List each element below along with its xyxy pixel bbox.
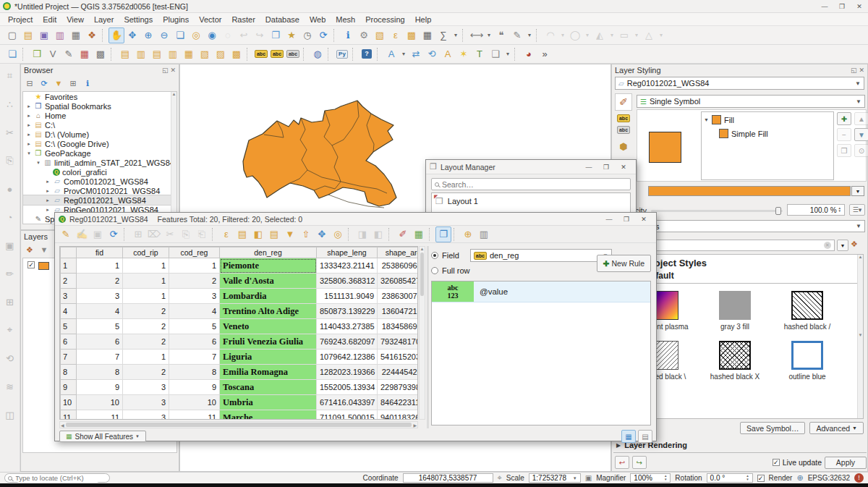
minimize-button[interactable]: —: [580, 161, 597, 173]
measure[interactable]: ⟷: [469, 27, 485, 43]
renderer-combo[interactable]: ☰ Single Symbol ▼: [637, 95, 865, 108]
open-attribute-table[interactable]: ▦: [420, 27, 435, 43]
cell[interactable]: 7: [77, 350, 123, 365]
pan-to-selection[interactable]: ✥: [314, 226, 330, 242]
symbol-child-label[interactable]: Simple Fill: [731, 130, 768, 138]
diagram-options[interactable]: ❑: [488, 46, 503, 62]
cell[interactable]: Piemonte: [220, 258, 317, 274]
cell[interactable]: 2: [169, 274, 220, 289]
labeling-dropdown[interactable]: ▾: [399, 46, 408, 62]
conditional-rule-row[interactable]: abc 123 @value: [432, 281, 650, 302]
cell[interactable]: Umbria: [220, 395, 317, 410]
column-header-cod_reg[interactable]: cod_reg: [169, 247, 220, 258]
save-edits[interactable]: ▣: [90, 226, 106, 242]
cell[interactable]: 22444542687: [378, 365, 419, 380]
add-text[interactable]: T: [472, 46, 488, 62]
symbol-root-label[interactable]: Fill: [724, 116, 734, 124]
labels-tab-icon[interactable]: abc: [617, 114, 630, 122]
new-spatial-bookmark[interactable]: ★: [284, 27, 299, 43]
osm-place-search[interactable]: ◍: [310, 46, 326, 62]
opacity-slider-handle[interactable]: [775, 207, 781, 215]
expander-icon[interactable]: ▸: [26, 132, 32, 137]
new-text-annotation[interactable]: abc: [253, 46, 269, 62]
table-row[interactable]: 2212Valle d'Aosta325806.3683123260854277…: [61, 274, 419, 289]
expander-icon[interactable]: ▾: [26, 151, 32, 156]
browser-item-com01012021-wgs84[interactable]: ▸▱Com01012021_WGS84: [23, 177, 176, 186]
spinner-arrows-icon[interactable]: ▲▼: [664, 475, 667, 481]
cell[interactable]: 1: [123, 350, 169, 365]
style-swatch-hatch-x[interactable]: hashed black X: [710, 341, 760, 381]
row-number[interactable]: 7: [61, 350, 77, 365]
menu-mesh[interactable]: Mesh: [331, 13, 360, 26]
cell[interactable]: 8: [77, 365, 123, 380]
run-feature-action[interactable]: ⚙: [356, 27, 372, 43]
cell[interactable]: 3: [123, 410, 169, 420]
browser-scrollbar[interactable]: ▲: [171, 92, 176, 224]
cell[interactable]: 2: [123, 304, 169, 319]
expander-icon[interactable]: ▸: [45, 207, 51, 213]
spinner-arrows-icon[interactable]: ▲▼: [838, 207, 841, 213]
undock-panel-icon[interactable]: ◱: [851, 67, 857, 74]
cell[interactable]: Toscana: [220, 380, 317, 395]
cell[interactable]: Veneto: [220, 319, 317, 334]
splitter-handle[interactable]: [427, 246, 429, 428]
cut-row[interactable]: ✂: [162, 226, 178, 242]
show-all-features-button[interactable]: ▦Show All Features ▼: [59, 431, 146, 442]
cell[interactable]: 5: [169, 319, 220, 334]
cell[interactable]: 2: [123, 365, 169, 380]
cell[interactable]: 1282023.19366: [317, 365, 378, 380]
magnifier-spinbox[interactable]: 100%▲▼: [630, 473, 671, 483]
simplify-feature[interactable]: ≋: [2, 378, 18, 394]
reshape[interactable]: ✏: [2, 266, 18, 281]
search-widget[interactable]: ⊕: [460, 226, 476, 242]
draw-circle-dd[interactable]: ▾: [583, 27, 592, 43]
draw-regular-polygon[interactable]: △: [641, 27, 657, 43]
table-hscrollbar[interactable]: ◀▶: [59, 421, 418, 428]
cell[interactable]: 3260854277.1: [378, 274, 419, 289]
cell[interactable]: 13604721571: [378, 304, 419, 319]
add-selected-layers[interactable]: ⊞: [67, 77, 80, 90]
zoom-native[interactable]: ◌: [220, 27, 236, 43]
style-manager[interactable]: ❖: [84, 27, 100, 43]
refresh-map[interactable]: ⟳: [315, 27, 331, 43]
spinner-arrows-icon[interactable]: ▲▼: [746, 475, 749, 481]
select-by-expression[interactable]: ε: [218, 226, 234, 242]
layer-visibility-checkbox[interactable]: ✓: [27, 261, 35, 268]
opacity-slider[interactable]: [651, 210, 783, 212]
expander-icon[interactable]: ▸: [26, 103, 32, 109]
zoom-in[interactable]: ⊕: [140, 27, 156, 43]
column-header-cod_rip[interactable]: cod_rip: [123, 247, 169, 258]
minimize-button[interactable]: —: [816, 1, 833, 12]
cell[interactable]: Friuli Venezia Giulia: [220, 334, 317, 350]
cell[interactable]: 1: [123, 258, 169, 274]
new-rule-button[interactable]: ✚New Rule: [597, 255, 651, 272]
vertex-tool[interactable]: ∴: [2, 96, 18, 112]
row-number[interactable]: 10: [61, 395, 77, 410]
cell[interactable]: Lombardia: [220, 289, 317, 304]
new-geopackage[interactable]: ❒: [29, 46, 45, 62]
cell[interactable]: 6: [169, 334, 220, 350]
dock-attribute-table[interactable]: ❐: [435, 226, 451, 242]
layout-search-input[interactable]: [442, 180, 616, 189]
new-grass-layer[interactable]: ▩: [93, 46, 109, 62]
temporal-controller[interactable]: ◷: [299, 27, 315, 43]
column-header-fid[interactable]: fid: [77, 247, 123, 258]
row-number[interactable]: 8: [61, 365, 77, 380]
scale-combo[interactable]: 1:7253278▼: [529, 473, 581, 483]
field-combo[interactable]: abc den_reg ▼: [470, 249, 612, 262]
deselect-features[interactable]: ▩: [404, 27, 420, 43]
lock-color-button[interactable]: ⊙: [854, 144, 868, 157]
cell[interactable]: 6: [77, 334, 123, 350]
draw-regular-polygon-dd[interactable]: ▾: [657, 27, 665, 43]
cell[interactable]: 1: [123, 289, 169, 304]
deselect-all[interactable]: ▤: [266, 226, 282, 242]
expander-icon[interactable]: ▼: [704, 117, 709, 122]
cell[interactable]: 4: [77, 304, 123, 319]
cell[interactable]: 18345869056: [378, 319, 419, 334]
cell[interactable]: 11: [77, 410, 123, 420]
close-panel-icon[interactable]: ✕: [859, 67, 864, 74]
cell[interactable]: 2: [123, 319, 169, 334]
table-row[interactable]: 3313Lombardia1511131.904923863007424: [61, 289, 419, 304]
browser-item-home[interactable]: ▸⌂Home: [23, 111, 176, 120]
diagram-dropdown[interactable]: ▾: [503, 46, 512, 62]
